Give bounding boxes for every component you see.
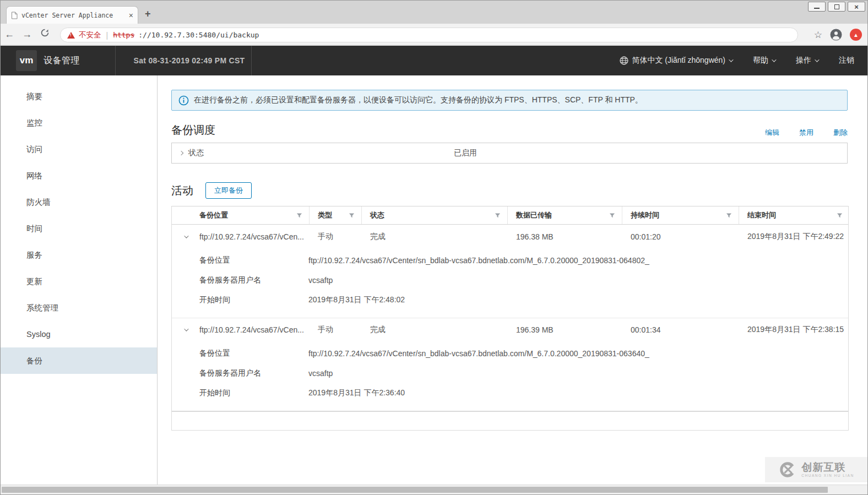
filter-icon[interactable] [349, 213, 355, 219]
filter-icon[interactable] [726, 213, 732, 219]
window-maximize-button[interactable] [828, 2, 845, 12]
filter-icon[interactable] [495, 213, 501, 219]
cell-transferred: 196.38 MB [508, 232, 622, 241]
table-row[interactable]: ftp://10.92.7.24/vcsa67/vCen... 手动 完成 19… [172, 318, 848, 341]
sidebar-item-label: 摘要 [26, 91, 42, 102]
url-text: ://10.92.7.30:5480/ui/backup [138, 31, 259, 39]
row-expander-icon[interactable] [184, 235, 188, 238]
page-icon [11, 12, 18, 19]
chevron-right-icon[interactable] [179, 151, 183, 155]
sidebar-item-access[interactable]: 访问 [1, 136, 157, 162]
status-label: 状态 [188, 148, 204, 158]
actions-label: 操作 [796, 56, 811, 66]
back-icon[interactable]: ← [1, 29, 18, 40]
activity-table: 备份位置 类型 状态 数据已传输 [171, 206, 849, 431]
address-bar[interactable]: 不安全 | https ://10.92.7.30:5480/ui/backup [60, 28, 798, 42]
status-value: 已启用 [454, 148, 477, 158]
help-label: 帮助 [753, 56, 768, 66]
detail-value-location: ftp://10.92.7.24/vcsa67/vCenter/sn_bdlab… [308, 349, 649, 358]
sidebar-item-backup[interactable]: 备份 [1, 347, 157, 374]
cell-transferred: 196.39 MB [508, 325, 622, 334]
row-expander-icon[interactable] [184, 328, 188, 331]
sidebar-item-summary[interactable]: 摘要 [1, 83, 157, 110]
watermark: 创新互联 CHUANG XIN HU LIAN [765, 457, 867, 482]
window-minimize-button[interactable] [808, 2, 826, 12]
table-row[interactable]: ftp://10.92.7.24/vcsa67/vCen... 手动 完成 19… [172, 225, 848, 248]
filter-icon[interactable] [609, 213, 615, 219]
sidebar-item-label: 系统管理 [26, 303, 58, 313]
sidebar-item-firewall[interactable]: 防火墙 [1, 189, 157, 215]
sidebar-item-syslog[interactable]: Syslog [1, 321, 157, 347]
language-label: 简体中文 (Jiǎntǐ zhōngwén) [632, 56, 725, 66]
column-header-transferred[interactable]: 数据已传输 [508, 206, 622, 224]
sidebar-item-label: 访问 [26, 144, 42, 155]
chevron-down-icon [815, 57, 819, 62]
watermark-subtitle: CHUANG XIN HU LIAN [801, 474, 854, 477]
detail-value-username: vcsaftp [308, 276, 333, 285]
sidebar-item-label: 服务 [26, 250, 42, 260]
table-header-row: 备份位置 类型 状态 数据已传输 [172, 206, 848, 225]
cell-location: ftp://10.92.7.24/vcsa67/vCen... [191, 232, 310, 241]
column-header-location[interactable]: 备份位置 [191, 206, 310, 224]
language-menu[interactable]: 简体中文 (Jiǎntǐ zhōngwén) [620, 56, 732, 66]
profile-avatar-icon[interactable] [830, 29, 842, 41]
extension-icon[interactable]: ▲ [850, 29, 862, 41]
actions-menu[interactable]: 操作 [796, 56, 818, 66]
sidebar-item-services[interactable]: 服务 [1, 242, 157, 268]
browser-tab-strip: vCenter Server Appliance × + × [1, 1, 867, 24]
tab-title: vCenter Server Appliance [21, 12, 125, 19]
sidebar-item-time[interactable]: 时间 [1, 215, 157, 242]
edit-link[interactable]: 编辑 [765, 128, 779, 138]
info-banner-text: 在进行备份之前，必须已设置和配置备份服务器，以便设备可以访问它。支持备份的协议为… [194, 95, 643, 105]
info-banner: 在进行备份之前，必须已设置和配置备份服务器，以便设备可以访问它。支持备份的协议为… [171, 90, 848, 111]
insecure-label: 不安全 [79, 30, 101, 40]
watermark-name: 创新互联 [801, 462, 854, 472]
maximize-icon [834, 4, 839, 9]
watermark-logo-icon [778, 460, 797, 479]
sidebar-item-label: 更新 [26, 276, 42, 287]
schedule-status-row[interactable]: 状态 已启用 [171, 143, 848, 164]
main-content: 在进行备份之前，必须已设置和配置备份服务器，以便设备可以访问它。支持备份的协议为… [158, 75, 867, 487]
backup-now-button[interactable]: 立即备份 [205, 182, 252, 199]
column-header-status[interactable]: 状态 [362, 206, 508, 224]
column-header-type[interactable]: 类型 [310, 206, 362, 224]
app-title: 设备管理 [44, 55, 80, 67]
cell-type: 手动 [310, 325, 362, 335]
sidebar-item-monitor[interactable]: 监控 [1, 110, 157, 136]
forward-icon[interactable]: → [18, 29, 36, 40]
column-header-duration[interactable]: 持续时间 [622, 206, 739, 224]
tab-close-icon[interactable]: × [129, 12, 133, 19]
cell-duration: 00:01:20 [622, 232, 739, 241]
chevron-down-icon [729, 57, 733, 62]
sidebar-item-administration[interactable]: 系统管理 [1, 295, 157, 321]
detail-value-username: vcsaftp [308, 369, 333, 378]
help-menu[interactable]: 帮助 [753, 56, 775, 66]
bookmark-star-icon[interactable]: ☆ [814, 29, 822, 41]
sidebar-item-networking[interactable]: 网络 [1, 162, 157, 189]
detail-label-starttime: 开始时间 [199, 388, 308, 398]
filter-icon[interactable] [837, 213, 843, 219]
disable-link[interactable]: 禁用 [799, 128, 813, 138]
reload-icon[interactable] [36, 28, 53, 40]
browser-tab[interactable]: vCenter Server Appliance × [6, 6, 138, 24]
detail-label-location: 备份位置 [199, 349, 308, 358]
sidebar-item-label: 网络 [26, 171, 42, 181]
horizontal-scrollbar[interactable] [1, 485, 867, 494]
vmware-logo: vm [16, 50, 37, 71]
detail-value-location: ftp://10.92.7.24/vcsa67/vCenter/sn_bdlab… [308, 256, 649, 265]
sidebar-item-label: 防火墙 [26, 197, 51, 208]
logout-button[interactable]: 注销 [839, 56, 854, 66]
detail-label-starttime: 开始时间 [199, 295, 308, 305]
header-divider [115, 46, 116, 75]
sidebar-item-update[interactable]: 更新 [1, 268, 157, 295]
filter-icon[interactable] [296, 213, 302, 219]
window-close-button[interactable]: × [848, 2, 865, 12]
new-tab-button[interactable]: + [145, 8, 151, 20]
security-warning-icon[interactable] [67, 32, 75, 39]
sidebar-item-label: 时间 [26, 224, 42, 234]
column-header-endtime[interactable]: 结束时间 [739, 206, 849, 224]
row-details: 备份位置 ftp://10.92.7.24/vcsa67/vCenter/sn_… [172, 248, 848, 318]
table-footer-row [172, 412, 848, 430]
scrollbar-thumb[interactable] [2, 487, 828, 493]
delete-link[interactable]: 删除 [833, 128, 848, 138]
